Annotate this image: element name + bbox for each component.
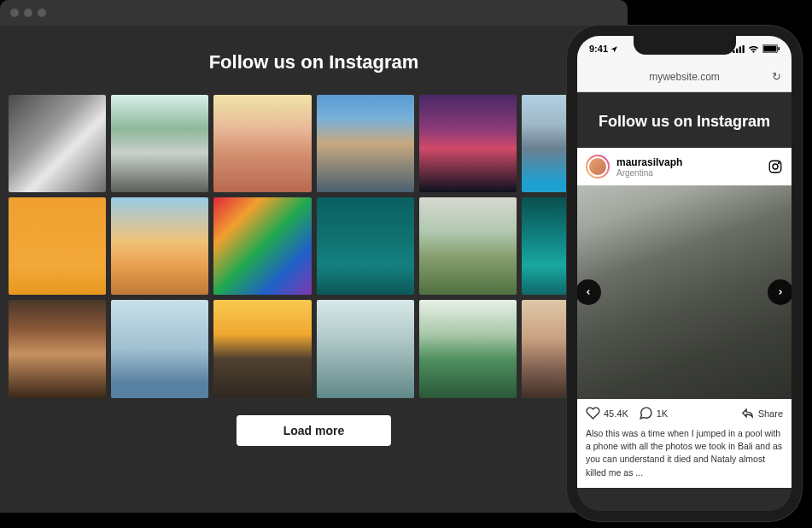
grid-item[interactable] [9, 95, 106, 192]
grid-item[interactable] [111, 95, 208, 192]
phone-screen: 9:41 mywebsite.com ↻ Follow us on Instag… [577, 36, 792, 511]
heart-icon [586, 406, 600, 420]
like-action[interactable]: 45.4K [586, 406, 628, 420]
instagram-grid [9, 95, 619, 398]
status-time: 9:41 [589, 44, 608, 54]
comment-action[interactable]: 1K [639, 406, 668, 420]
chevron-left-icon [584, 288, 593, 296]
grid-item[interactable] [317, 197, 414, 295]
load-more-button[interactable]: Load more [237, 415, 392, 446]
post-username: maurasilvaph [616, 156, 761, 168]
phone-heading: Follow us on Instagram [577, 92, 792, 148]
browser-window: Follow us on Instagram Load more [0, 0, 628, 513]
svg-point-9 [779, 162, 780, 163]
carousel-prev-button[interactable] [577, 279, 601, 305]
svg-rect-2 [739, 46, 741, 53]
share-label: Share [758, 408, 783, 419]
grid-item[interactable] [9, 197, 106, 295]
grid-item[interactable] [419, 95, 517, 192]
grid-item[interactable] [317, 95, 414, 192]
post-location: Argentina [616, 168, 761, 178]
wifi-icon [748, 45, 759, 53]
browser-titlebar [0, 0, 628, 26]
svg-rect-3 [743, 45, 745, 53]
page-heading: Follow us on Instagram [9, 51, 619, 73]
instagram-post: maurasilvaph Argentina 45.4K [577, 148, 792, 488]
svg-rect-6 [778, 47, 780, 50]
phone-notch [634, 36, 736, 55]
svg-point-8 [773, 164, 778, 169]
share-action[interactable]: Share [740, 406, 783, 420]
refresh-icon[interactable]: ↻ [772, 70, 781, 83]
grid-item[interactable] [213, 95, 311, 192]
grid-item[interactable] [111, 197, 208, 295]
window-control-maximize[interactable] [38, 9, 46, 17]
grid-item[interactable] [317, 300, 414, 397]
grid-item[interactable] [419, 197, 517, 295]
grid-item[interactable] [9, 300, 106, 397]
chevron-right-icon [776, 288, 785, 296]
svg-rect-0 [733, 50, 734, 53]
grid-item[interactable] [419, 300, 517, 397]
location-icon [610, 45, 618, 53]
grid-item[interactable] [111, 300, 208, 397]
post-image[interactable] [577, 185, 792, 399]
comment-count: 1K [657, 408, 668, 419]
window-control-minimize[interactable] [24, 9, 32, 17]
svg-rect-5 [763, 45, 776, 51]
url-text: mywebsite.com [649, 71, 720, 83]
post-header: maurasilvaph Argentina [577, 148, 792, 185]
url-bar[interactable]: mywebsite.com ↻ [577, 62, 792, 92]
carousel-next-button[interactable] [768, 279, 792, 305]
post-caption: Also this was a time when I jumped in a … [577, 427, 792, 488]
comment-icon [639, 406, 653, 420]
browser-content: Follow us on Instagram Load more [0, 26, 628, 463]
phone-frame: 9:41 mywebsite.com ↻ Follow us on Instag… [567, 26, 802, 521]
battery-icon [762, 44, 780, 53]
post-user-block[interactable]: maurasilvaph Argentina [616, 156, 761, 178]
avatar[interactable] [586, 155, 610, 179]
window-control-close[interactable] [10, 9, 19, 17]
post-actions: 45.4K 1K Share [577, 399, 792, 427]
grid-item[interactable] [213, 197, 311, 295]
instagram-icon[interactable] [768, 159, 783, 174]
grid-item[interactable] [213, 300, 311, 397]
share-icon [740, 406, 755, 420]
like-count: 45.4K [604, 408, 628, 419]
svg-rect-1 [736, 48, 738, 52]
